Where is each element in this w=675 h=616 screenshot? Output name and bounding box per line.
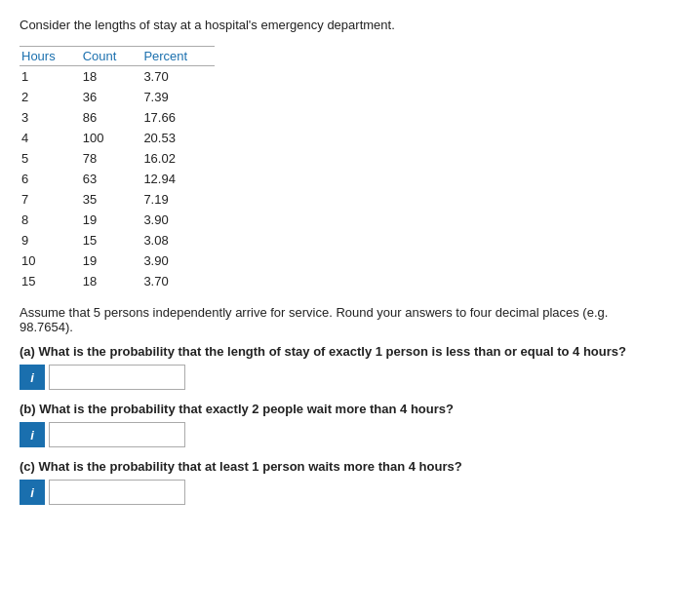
table-row: 7357.19 (20, 189, 215, 210)
cell-hours: 2 (20, 87, 83, 107)
cell-count: 18 (83, 66, 144, 88)
col-header-count: Count (83, 47, 144, 66)
cell-percent: 20.53 (143, 128, 215, 148)
info-button-2[interactable]: i (20, 480, 45, 505)
cell-percent: 7.19 (143, 189, 215, 210)
cell-percent: 12.94 (143, 169, 215, 189)
table-row: 9153.08 (20, 230, 215, 250)
cell-percent: 3.70 (143, 66, 215, 88)
table-row: 410020.53 (20, 128, 215, 148)
cell-percent: 7.39 (143, 87, 215, 107)
cell-count: 63 (83, 169, 144, 189)
answer-input-0[interactable] (49, 365, 185, 390)
info-button-0[interactable]: i (20, 365, 45, 390)
cell-count: 19 (83, 210, 144, 230)
table-row: 66312.94 (20, 169, 215, 189)
cell-hours: 1 (20, 66, 83, 88)
cell-hours: 10 (20, 250, 83, 271)
question-block-2: (c) What is the probability that at leas… (20, 459, 655, 505)
answer-input-1[interactable] (49, 422, 185, 447)
col-header-percent: Percent (143, 47, 215, 66)
cell-count: 35 (83, 189, 144, 210)
answer-input-2[interactable] (49, 480, 185, 505)
input-row-0: i (20, 365, 655, 390)
cell-hours: 7 (20, 189, 83, 210)
cell-percent: 3.90 (143, 250, 215, 271)
cell-count: 100 (83, 128, 144, 148)
cell-hours: 9 (20, 230, 83, 250)
table-row: 15183.70 (20, 271, 215, 291)
cell-hours: 5 (20, 148, 83, 169)
cell-hours: 8 (20, 210, 83, 230)
table-row: 8193.90 (20, 210, 215, 230)
input-row-1: i (20, 422, 655, 447)
cell-hours: 3 (20, 107, 83, 128)
cell-percent: 16.02 (143, 148, 215, 169)
cell-hours: 15 (20, 271, 83, 291)
info-button-1[interactable]: i (20, 422, 45, 447)
question-block-1: (b) What is the probability that exactly… (20, 402, 655, 447)
cell-percent: 3.08 (143, 230, 215, 250)
cell-percent: 3.90 (143, 210, 215, 230)
table-row: 38617.66 (20, 107, 215, 128)
intro-text: Consider the lengths of stay at a hospit… (20, 18, 655, 32)
cell-count: 36 (83, 87, 144, 107)
question-label-1: (b) What is the probability that exactly… (20, 402, 655, 416)
table-row: 57816.02 (20, 148, 215, 169)
cell-hours: 4 (20, 128, 83, 148)
cell-hours: 6 (20, 169, 83, 189)
input-row-2: i (20, 480, 655, 505)
table-row: 10193.90 (20, 250, 215, 271)
question-block-0: (a) What is the probability that the len… (20, 344, 655, 390)
cell-percent: 17.66 (143, 107, 215, 128)
cell-count: 15 (83, 230, 144, 250)
cell-percent: 3.70 (143, 271, 215, 291)
col-header-hours: Hours (20, 47, 83, 66)
cell-count: 19 (83, 250, 144, 271)
cell-count: 18 (83, 271, 144, 291)
question-label-0: (a) What is the probability that the len… (20, 344, 655, 359)
questions-container: (a) What is the probability that the len… (20, 344, 655, 505)
cell-count: 78 (83, 148, 144, 169)
table-row: 1183.70 (20, 66, 215, 88)
cell-count: 86 (83, 107, 144, 128)
assumptions-text: Assume that 5 persons independently arri… (20, 305, 655, 334)
data-table: Hours Count Percent 1183.702367.3938617.… (20, 46, 215, 291)
table-row: 2367.39 (20, 87, 215, 107)
question-label-2: (c) What is the probability that at leas… (20, 459, 655, 474)
